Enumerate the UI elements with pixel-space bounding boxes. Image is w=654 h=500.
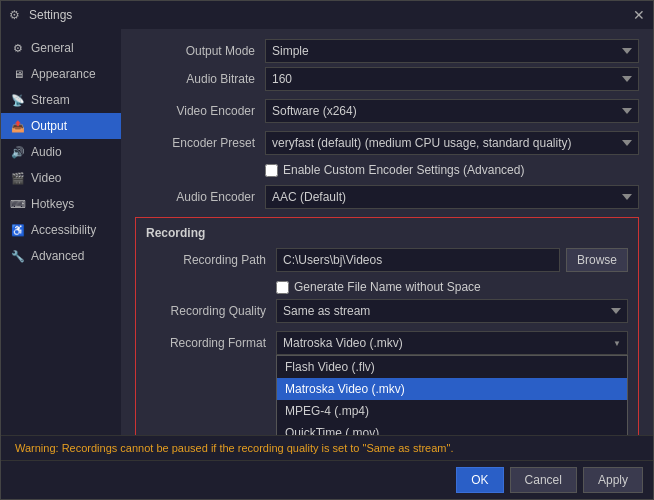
sidebar-item-appearance[interactable]: 🖥 Appearance — [1, 61, 121, 87]
format-option-mov[interactable]: QuickTime (.mov) — [277, 422, 627, 435]
video-encoder-control: Software (x264) Hardware (NVENC) — [265, 99, 639, 123]
video-encoder-row: Video Encoder Software (x264) Hardware (… — [135, 99, 639, 123]
sidebar-label-general: General — [31, 41, 74, 55]
audio-bitrate-row: Audio Bitrate 160 128 192 320 — [135, 67, 639, 91]
sidebar-label-advanced: Advanced — [31, 249, 84, 263]
recording-quality-label: Recording Quality — [146, 304, 276, 318]
recording-format-control: Matroska Video (.mkv) Flash Video (.flv)… — [276, 331, 628, 355]
sidebar-label-stream: Stream — [31, 93, 70, 107]
apply-button[interactable]: Apply — [583, 467, 643, 493]
sidebar-item-output[interactable]: 📤 Output — [1, 113, 121, 139]
encoder-custom-checkbox-row: Enable Custom Encoder Settings (Advanced… — [265, 163, 639, 177]
sidebar-item-hotkeys[interactable]: ⌨ Hotkeys — [1, 191, 121, 217]
video-icon: 🎬 — [11, 171, 25, 185]
settings-window-icon: ⚙ — [9, 8, 23, 22]
generate-filename-row: Generate File Name without Space — [276, 280, 628, 294]
recording-quality-select[interactable]: Same as stream High Quality, Medium File… — [276, 299, 628, 323]
output-mode-select[interactable]: Simple Advanced — [265, 39, 639, 63]
generate-filename-label: Generate File Name without Space — [294, 280, 481, 294]
recording-path-label: Recording Path — [146, 253, 276, 267]
audio-encoder-label: Audio Encoder — [135, 190, 265, 204]
encoder-custom-label: Enable Custom Encoder Settings (Advanced… — [283, 163, 524, 177]
audio-bitrate-select[interactable]: 160 128 192 320 — [265, 67, 639, 91]
output-mode-row: Output Mode Simple Advanced — [135, 39, 639, 63]
browse-button[interactable]: Browse — [566, 248, 628, 272]
audio-bitrate-control: 160 128 192 320 — [265, 67, 639, 91]
sidebar-item-advanced[interactable]: 🔧 Advanced — [1, 243, 121, 269]
sidebar-label-appearance: Appearance — [31, 67, 96, 81]
sidebar-item-audio[interactable]: 🔊 Audio — [1, 139, 121, 165]
generate-filename-checkbox[interactable] — [276, 281, 289, 294]
ok-button[interactable]: OK — [456, 467, 503, 493]
recording-format-label: Recording Format — [146, 336, 276, 350]
format-option-mkv[interactable]: Matroska Video (.mkv) — [277, 378, 627, 400]
recording-path-input[interactable] — [276, 248, 560, 272]
sidebar-label-output: Output — [31, 119, 67, 133]
recording-quality-row: Recording Quality Same as stream High Qu… — [146, 299, 628, 323]
recording-format-row: Recording Format Matroska Video (.mkv) F… — [146, 331, 628, 355]
recording-path-row: Recording Path Browse — [146, 248, 628, 272]
encoder-preset-label: Encoder Preset — [135, 136, 265, 150]
output-mode-label: Output Mode — [135, 44, 265, 58]
encoder-preset-control: veryfast (default) (medium CPU usage, st… — [265, 131, 639, 155]
title-bar-left: ⚙ Settings — [9, 8, 72, 22]
main-panel: Output Mode Simple Advanced Audio Bitrat… — [121, 29, 653, 435]
encoder-custom-checkbox[interactable] — [265, 164, 278, 177]
sidebar-item-stream[interactable]: 📡 Stream — [1, 87, 121, 113]
sidebar-label-video: Video — [31, 171, 61, 185]
sidebar-label-audio: Audio — [31, 145, 62, 159]
format-option-mp4[interactable]: MPEG-4 (.mp4) — [277, 400, 627, 422]
warning-text: Warning: Recordings cannot be paused if … — [15, 442, 453, 454]
title-bar: ⚙ Settings ✕ — [1, 1, 653, 29]
sidebar-item-accessibility[interactable]: ♿ Accessibility — [1, 217, 121, 243]
recording-format-value: Matroska Video (.mkv) — [283, 336, 403, 350]
content-area: ⚙ General 🖥 Appearance 📡 Stream 📤 Output… — [1, 29, 653, 435]
video-encoder-select[interactable]: Software (x264) Hardware (NVENC) — [265, 99, 639, 123]
encoder-preset-select[interactable]: veryfast (default) (medium CPU usage, st… — [265, 131, 639, 155]
cancel-button[interactable]: Cancel — [510, 467, 577, 493]
format-option-flv[interactable]: Flash Video (.flv) — [277, 356, 627, 378]
video-encoder-label: Video Encoder — [135, 104, 265, 118]
sidebar-item-general[interactable]: ⚙ General — [1, 35, 121, 61]
output-icon: 📤 — [11, 119, 25, 133]
sidebar-label-hotkeys: Hotkeys — [31, 197, 74, 211]
close-button[interactable]: ✕ — [633, 7, 645, 23]
recording-section: Recording Recording Path Browse Generate… — [135, 217, 639, 435]
sidebar: ⚙ General 🖥 Appearance 📡 Stream 📤 Output… — [1, 29, 121, 435]
recording-format-select[interactable]: Matroska Video (.mkv) — [276, 331, 628, 355]
audio-icon: 🔊 — [11, 145, 25, 159]
audio-encoder-select[interactable]: AAC (Default) — [265, 185, 639, 209]
accessibility-icon: ♿ — [11, 223, 25, 237]
settings-window: ⚙ Settings ✕ ⚙ General 🖥 Appearance 📡 St… — [0, 0, 654, 500]
recording-title: Recording — [146, 226, 628, 240]
advanced-icon: 🔧 — [11, 249, 25, 263]
sidebar-label-accessibility: Accessibility — [31, 223, 96, 237]
bottom-bar: OK Cancel Apply — [1, 460, 653, 499]
output-mode-control: Simple Advanced — [265, 39, 639, 63]
hotkeys-icon: ⌨ — [11, 197, 25, 211]
encoder-preset-row: Encoder Preset veryfast (default) (mediu… — [135, 131, 639, 155]
stream-icon: 📡 — [11, 93, 25, 107]
audio-encoder-control: AAC (Default) — [265, 185, 639, 209]
recording-quality-control: Same as stream High Quality, Medium File… — [276, 299, 628, 323]
window-title: Settings — [29, 8, 72, 22]
appearance-icon: 🖥 — [11, 67, 25, 81]
recording-path-control: Browse — [276, 248, 628, 272]
sidebar-item-video[interactable]: 🎬 Video — [1, 165, 121, 191]
recording-format-dropdown: Flash Video (.flv) Matroska Video (.mkv)… — [276, 355, 628, 435]
audio-bitrate-label: Audio Bitrate — [135, 72, 265, 86]
general-icon: ⚙ — [11, 41, 25, 55]
warning-bar: Warning: Recordings cannot be paused if … — [1, 435, 653, 460]
audio-encoder-row: Audio Encoder AAC (Default) — [135, 185, 639, 209]
